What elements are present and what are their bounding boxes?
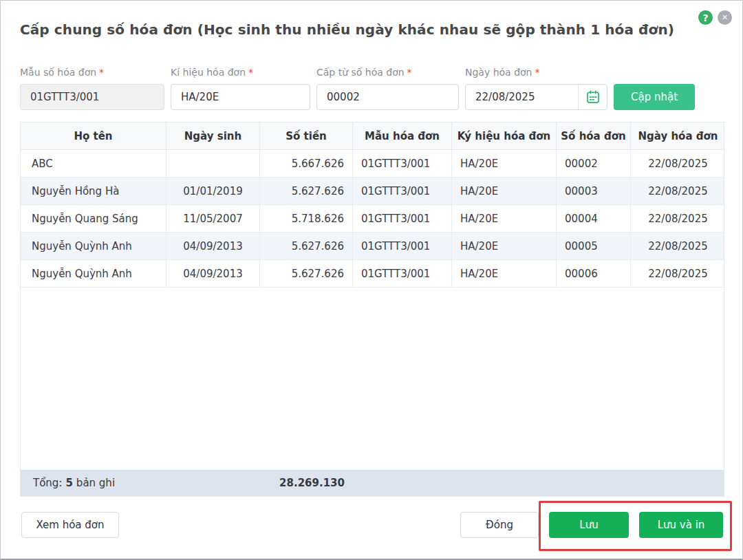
dialog-footer: Xem hóa đơn Đóng Lưu Lưu và in (1, 500, 742, 559)
required-asterisk: * (407, 67, 412, 78)
table-cell: 00006 (557, 260, 631, 287)
table-cell: HA/20E (452, 205, 557, 232)
table-cell: Nguyễn Hồng Hà (21, 177, 166, 204)
invoice-start-number-input[interactable] (316, 84, 459, 110)
field-invoice-start-number: Cấp từ số hóa đơn* (316, 67, 459, 110)
save-button[interactable]: Lưu (549, 512, 629, 538)
table-body: ABC5.667.62601GTTT3/001HA/20E0000222/08/… (21, 150, 724, 288)
table-cell: ABC (21, 150, 166, 177)
invoice-form: Mẫu số hóa đơn* Kí hiệu hóa đơn* Cấp từ … (20, 67, 723, 110)
table-cell: 11/05/2007 (166, 205, 260, 232)
table-cell: 01GTTT3/001 (353, 260, 452, 287)
table-cell (166, 150, 260, 177)
table-cell: 00004 (557, 205, 631, 232)
table-cell: 01GTTT3/001 (353, 205, 452, 232)
table-row[interactable]: ABC5.667.62601GTTT3/001HA/20E0000222/08/… (21, 150, 724, 177)
table-cell: 00003 (557, 177, 631, 204)
field-invoice-template: Mẫu số hóa đơn* (20, 67, 164, 110)
table-cell: HA/20E (452, 150, 557, 177)
table-cell: 22/08/2025 (631, 233, 725, 259)
invoice-symbol-input[interactable] (171, 84, 310, 110)
invoice-date-label: Ngày hóa đơn* (465, 67, 607, 78)
table-cell: 22/08/2025 (631, 150, 725, 177)
calendar-icon[interactable] (578, 85, 607, 109)
table-cell: 5.718.626 (260, 205, 353, 232)
table-cell: HA/20E (452, 260, 557, 287)
table-header-row: Họ tênNgày sinhSố tiềnMẫu hóa đơnKý hiệu… (21, 122, 724, 150)
required-asterisk: * (99, 67, 104, 78)
save-and-print-button[interactable]: Lưu và in (639, 512, 723, 538)
table-cell: 00002 (557, 150, 631, 177)
page-title: Cấp chung số hóa đơn (Học sinh thu nhiều… (20, 21, 723, 38)
required-asterisk: * (535, 67, 539, 78)
table-total-row: Tổng:5bản ghi 28.269.130 (21, 470, 724, 496)
table-cell: 00005 (557, 233, 631, 259)
table-cell: HA/20E (452, 233, 557, 259)
table-cell: HA/20E (452, 177, 557, 204)
required-asterisk: * (248, 67, 253, 78)
table-cell: 01GTTT3/001 (353, 177, 452, 204)
invoice-start-number-label: Cấp từ số hóa đơn* (316, 67, 459, 78)
table-cell: 01/01/2019 (166, 177, 260, 204)
column-header: Ký hiệu hóa đơn (452, 122, 557, 149)
table-cell: 5.627.626 (260, 260, 353, 287)
column-header: Họ tên (21, 122, 166, 149)
table-cell: 22/08/2025 (631, 177, 725, 204)
field-invoice-date: Ngày hóa đơn* (465, 67, 607, 110)
close-button[interactable]: Đóng (460, 512, 539, 538)
invoice-table: Họ tênNgày sinhSố tiềnMẫu hóa đơnKý hiệu… (20, 122, 724, 497)
table-row[interactable]: Nguyễn Quang Sáng11/05/20075.718.62601GT… (21, 205, 724, 233)
invoice-template-input (20, 84, 164, 110)
table-cell: 5.627.626 (260, 177, 353, 204)
table-cell: 22/08/2025 (631, 260, 725, 287)
table-cell: Nguyễn Quang Sáng (21, 205, 166, 232)
close-icon-glyph: ✕ (722, 13, 728, 22)
column-header: Mẫu hóa đơn (353, 122, 452, 149)
column-header: Số tiền (260, 122, 353, 149)
table-cell: 04/09/2013 (166, 260, 260, 287)
help-icon-glyph: ? (702, 12, 708, 23)
table-cell: Nguyễn Quỳnh Anh (21, 260, 166, 287)
table-row[interactable]: Nguyễn Quỳnh Anh04/09/20135.627.62601GTT… (21, 260, 724, 288)
invoice-symbol-label: Kí hiệu hóa đơn* (171, 67, 310, 78)
view-invoice-button[interactable]: Xem hóa đơn (21, 512, 119, 538)
column-header: Ngày hóa đơn (631, 122, 725, 149)
column-header: Ngày sinh (166, 122, 260, 149)
table-cell: 01GTTT3/001 (353, 150, 452, 177)
column-header: Số hóa đơn (557, 122, 631, 149)
invoice-dialog: ? ✕ Cấp chung số hóa đơn (Học sinh thu n… (0, 0, 743, 560)
field-invoice-symbol: Kí hiệu hóa đơn* (171, 67, 310, 110)
invoice-template-label: Mẫu số hóa đơn* (20, 67, 164, 78)
table-row[interactable]: Nguyễn Hồng Hà01/01/20195.627.62601GTTT3… (21, 177, 724, 205)
total-amount: 28.269.130 (21, 470, 353, 496)
table-cell: 5.667.626 (260, 150, 353, 177)
table-row[interactable]: Nguyễn Quỳnh Anh04/09/20135.627.62601GTT… (21, 233, 724, 260)
update-button[interactable]: Cập nhật (614, 84, 695, 110)
table-cell: 22/08/2025 (631, 205, 725, 232)
table-cell: 5.627.626 (260, 233, 353, 259)
table-cell: 01GTTT3/001 (353, 233, 452, 259)
table-empty-area (21, 288, 724, 470)
table-cell: Nguyễn Quỳnh Anh (21, 233, 166, 259)
help-icon[interactable]: ? (698, 10, 713, 25)
close-icon[interactable]: ✕ (718, 10, 732, 25)
table-cell: 04/09/2013 (166, 233, 260, 259)
